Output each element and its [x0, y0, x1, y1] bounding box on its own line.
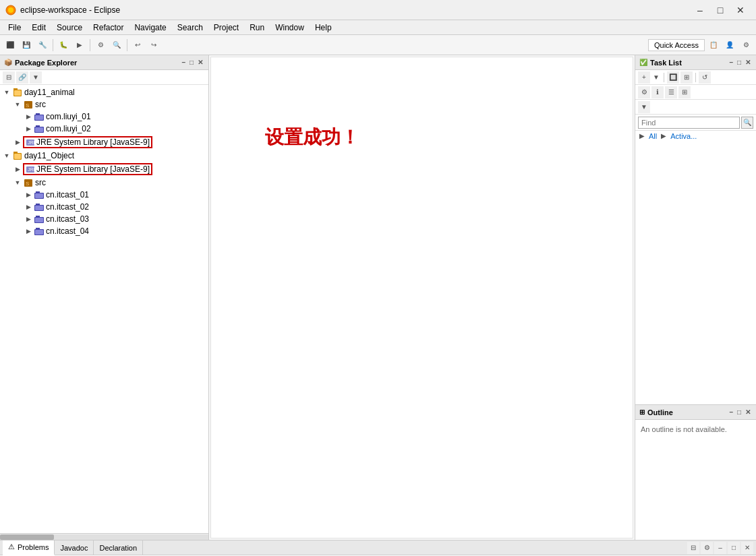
problems-close-btn[interactable]: ✕ [741, 542, 753, 554]
expand-com-liuyi-01[interactable]: ▶ [23, 111, 34, 122]
outline-close-btn[interactable]: ✕ [744, 408, 752, 416]
svg-rect-4 [14, 90, 21, 96]
expand-cn-itcast-02[interactable]: ▶ [23, 202, 34, 212]
outline-minimize-btn[interactable]: – [728, 408, 734, 416]
project-icon-2 [12, 150, 23, 161]
toolbar-new-btn[interactable]: ⬛ [3, 38, 18, 53]
tl-close-btn[interactable]: ✕ [744, 59, 752, 66]
toolbar-icon3[interactable]: ⚙ [738, 38, 753, 53]
maximize-button[interactable]: □ [710, 3, 730, 17]
problems-settings-btn[interactable]: ⚙ [701, 542, 713, 554]
menu-search[interactable]: Search [172, 22, 208, 34]
package-icon-3 [34, 189, 45, 200]
outline-maximize-btn[interactable]: □ [736, 408, 743, 416]
expand-cn-itcast-04[interactable]: ▶ [23, 226, 34, 237]
expand-src-object[interactable]: ▼ [12, 177, 23, 188]
panel-header-controls: – □ ✕ [180, 59, 204, 66]
task-settings-btn[interactable]: ⚙ [638, 86, 650, 98]
tree-item-cn-itcast-02[interactable]: ▶ cn.itcast_02 [0, 201, 208, 213]
menu-help[interactable]: Help [310, 22, 337, 34]
menu-source[interactable]: Source [51, 22, 88, 34]
toolbar-debug-btn[interactable]: 🐛 [56, 38, 71, 53]
task-down-btn[interactable]: ▼ [638, 101, 650, 113]
toolbar-run-btn[interactable]: ▶ [72, 38, 87, 53]
success-text: 设置成功！ [265, 125, 359, 150]
tab-declaration[interactable]: Declaration [94, 540, 143, 555]
pe-maximize-btn[interactable]: □ [188, 59, 195, 66]
expand-cn-itcast-03[interactable]: ▶ [23, 214, 34, 224]
task-list-title: Task List [650, 59, 728, 67]
task-all-link[interactable]: All [649, 132, 657, 140]
task-info-btn[interactable]: ℹ [651, 86, 664, 98]
tree-item-src-object[interactable]: ▼ S src [0, 177, 208, 189]
expand-day11-animal[interactable]: ▼ [1, 87, 12, 98]
toolbar-save-btn[interactable]: 💾 [19, 38, 34, 53]
tab-problems[interactable]: ⚠ Problems [3, 540, 55, 555]
expand-day11-object[interactable]: ▼ [1, 150, 12, 161]
toolbar-btn4[interactable]: ⚙ [93, 38, 108, 53]
expand-jre-object[interactable]: ▶ [12, 164, 23, 175]
task-find-btn[interactable]: 🔍 [741, 117, 753, 129]
expand-cn-itcast-01[interactable]: ▶ [23, 189, 34, 200]
tree-item-cn-itcast-01[interactable]: ▶ cn.itcast_01 [0, 189, 208, 201]
tree-item-src-animal[interactable]: ▼ S src [0, 98, 208, 111]
tl-maximize-btn[interactable]: □ [736, 59, 743, 66]
menu-navigate[interactable]: Navigate [129, 22, 171, 34]
pe-down-btn[interactable]: ▼ [30, 71, 42, 84]
pe-hscrollbar[interactable] [0, 533, 208, 540]
problems-maximize-btn[interactable]: □ [728, 542, 740, 554]
tree-item-day11-animal[interactable]: ▼ day11_animal [0, 86, 208, 98]
toolbar-btn6[interactable]: ↩ [130, 38, 145, 53]
task-toolbar-2: ⚙ ℹ ☰ ⊞ [635, 85, 756, 100]
label-cn-itcast-03: cn.itcast_03 [46, 214, 89, 224]
tree-item-jre-animal[interactable]: ▶ JRE JRE System Library [JavaSE-9] [0, 135, 208, 150]
menu-window[interactable]: Window [270, 22, 310, 34]
task-dropdown-btn[interactable]: ▼ [651, 73, 661, 81]
task-list-btn[interactable]: ☰ [665, 86, 677, 98]
pe-hscroll-thumb[interactable] [0, 534, 54, 540]
expand-com-liuyi-02[interactable]: ▶ [23, 123, 34, 134]
task-filter-btn[interactable]: 🔲 [667, 71, 679, 84]
label-cn-itcast-04: cn.itcast_04 [46, 226, 89, 236]
menu-project[interactable]: Project [208, 22, 244, 34]
menu-edit[interactable]: Edit [26, 22, 51, 34]
task-refresh-btn[interactable]: ↺ [699, 71, 711, 84]
minimize-button[interactable]: – [690, 3, 710, 17]
task-links: ▶ All ▶ Activa... [635, 131, 756, 142]
menu-refactor[interactable]: Refactor [88, 22, 129, 34]
task-grid-btn[interactable]: ⊞ [678, 86, 691, 98]
svg-rect-8 [36, 113, 40, 115]
tab-javadoc[interactable]: Javadoc [55, 540, 94, 555]
problems-minimize-btn[interactable]: – [714, 542, 726, 554]
pe-link-btn[interactable]: 🔗 [16, 71, 28, 84]
expand-jre-animal[interactable]: ▶ [12, 137, 23, 148]
expand-src-animal[interactable]: ▼ [12, 99, 23, 110]
label-com-liuyi-02: com.liuyi_02 [46, 124, 91, 133]
pe-close-btn[interactable]: ✕ [196, 59, 204, 66]
tree-item-com-liuyi-01[interactable]: ▶ com.liuyi_01 [0, 111, 208, 123]
task-cols-btn[interactable]: ⊞ [680, 71, 693, 84]
toolbar-icon2[interactable]: 👤 [722, 38, 737, 53]
tree-item-jre-object[interactable]: ▶ JRE JRE System Library [JavaSE-9] [0, 162, 208, 177]
menu-file[interactable]: File [3, 22, 26, 34]
task-list-icon: ✅ [639, 59, 647, 66]
toolbar-btn7[interactable]: ↪ [146, 38, 161, 53]
pe-collapse-btn[interactable]: ⊟ [3, 71, 15, 84]
toolbar-btn3[interactable]: 🔧 [35, 38, 50, 53]
pe-minimize-btn[interactable]: – [180, 59, 187, 66]
task-new-btn[interactable]: + [638, 71, 650, 84]
problems-filter-btn[interactable]: ⊟ [687, 542, 699, 554]
close-button[interactable]: ✕ [730, 3, 751, 17]
quick-access-button[interactable]: Quick Access [648, 39, 705, 51]
tree-item-cn-itcast-04[interactable]: ▶ cn.itcast_04 [0, 225, 208, 237]
tree-item-cn-itcast-03[interactable]: ▶ cn.itcast_03 [0, 213, 208, 225]
editor-area[interactable]: 设置成功！ [210, 57, 633, 538]
toolbar-perspective-btn[interactable]: 📋 [706, 38, 721, 53]
toolbar-btn5[interactable]: 🔍 [109, 38, 124, 53]
task-activate-link[interactable]: Activa... [670, 132, 697, 140]
tl-minimize-btn[interactable]: – [728, 59, 734, 66]
menu-run[interactable]: Run [244, 22, 270, 34]
task-find-input[interactable] [638, 117, 740, 129]
tree-item-com-liuyi-02[interactable]: ▶ com.liuyi_02 [0, 123, 208, 135]
tree-item-day11-object[interactable]: ▼ day11_Object [0, 150, 208, 162]
